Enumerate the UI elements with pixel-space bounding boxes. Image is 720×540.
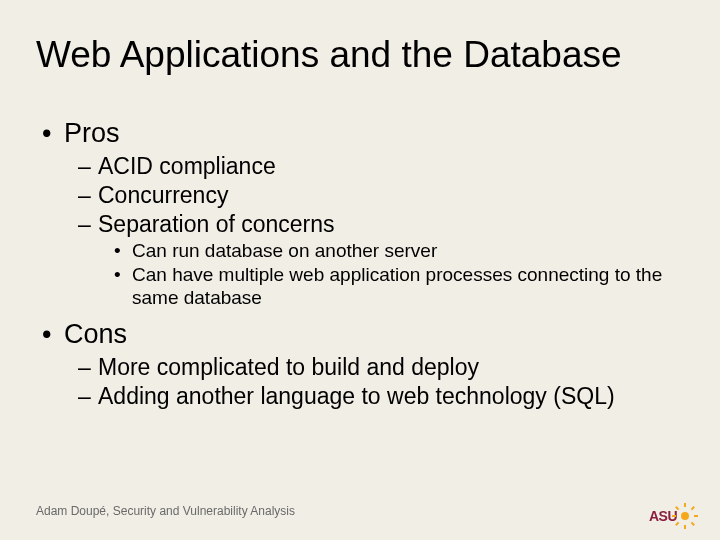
dash-icon: – bbox=[78, 153, 91, 180]
cons-item: – More complicated to build and deploy bbox=[36, 354, 684, 381]
pros-subitem-text: Can run database on another server bbox=[132, 240, 437, 261]
pros-subitem: • Can run database on another server bbox=[36, 240, 684, 262]
bullet-icon: • bbox=[114, 240, 121, 262]
bullet-icon: • bbox=[42, 319, 51, 350]
pros-item: – Separation of concerns bbox=[36, 211, 684, 238]
pros-item: – Concurrency bbox=[36, 182, 684, 209]
bullet-icon: • bbox=[42, 118, 51, 149]
pros-label-text: Pros bbox=[64, 118, 120, 148]
dash-icon: – bbox=[78, 354, 91, 381]
sun-icon bbox=[678, 509, 692, 523]
pros-item-text: Concurrency bbox=[98, 182, 228, 208]
slide-title: Web Applications and the Database bbox=[36, 34, 622, 76]
pros-item-text: Separation of concerns bbox=[98, 211, 335, 237]
pros-subitem-text: Can have multiple web application proces… bbox=[132, 264, 662, 307]
cons-item-text: More complicated to build and deploy bbox=[98, 354, 479, 380]
cons-item-text: Adding another language to web technolog… bbox=[98, 383, 615, 409]
cons-item: – Adding another language to web technol… bbox=[36, 383, 684, 410]
dash-icon: – bbox=[78, 383, 91, 410]
footer-text: Adam Doupé, Security and Vulnerability A… bbox=[36, 504, 295, 518]
slide: Web Applications and the Database • Pros… bbox=[0, 0, 720, 540]
pros-subitem: • Can have multiple web application proc… bbox=[36, 264, 684, 309]
pros-item-text: ACID compliance bbox=[98, 153, 276, 179]
cons-heading: • Cons bbox=[36, 319, 684, 350]
dash-icon: – bbox=[78, 182, 91, 209]
pros-heading: • Pros bbox=[36, 118, 684, 149]
cons-label-text: Cons bbox=[64, 319, 127, 349]
bullet-icon: • bbox=[114, 264, 121, 286]
dash-icon: – bbox=[78, 211, 91, 238]
pros-item: – ACID compliance bbox=[36, 153, 684, 180]
slide-body: • Pros – ACID compliance – Concurrency –… bbox=[36, 118, 684, 412]
asu-logo: ASU bbox=[649, 508, 692, 524]
